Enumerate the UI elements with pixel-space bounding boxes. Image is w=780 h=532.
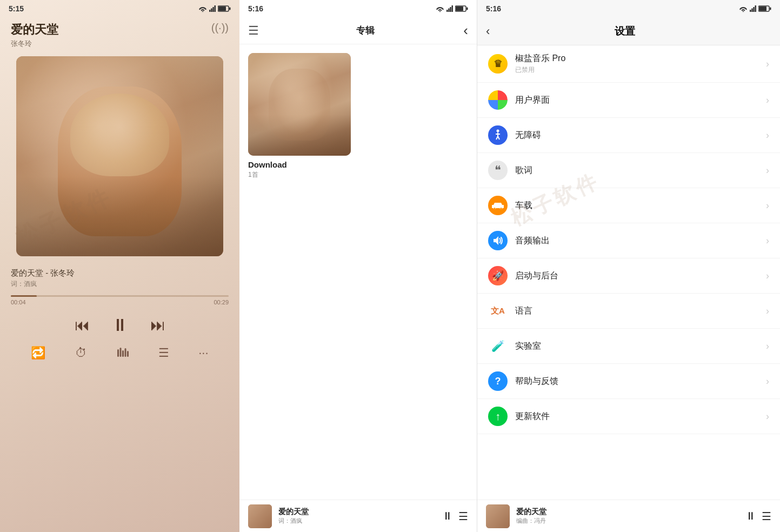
album-header-title: 专辑 (268, 24, 463, 37)
language-icon: 文A (488, 301, 508, 321)
lyrics-label: 歌词 (515, 165, 758, 176)
album-card-download[interactable]: Download 1首 (248, 53, 351, 179)
accessibility-icon (488, 125, 508, 145)
next-button[interactable]: ⏭ (150, 316, 165, 334)
progress-track[interactable] (11, 295, 229, 297)
svg-rect-11 (124, 348, 126, 357)
album-art (16, 56, 223, 256)
settings-panel: 松子软件 5:16 ‹ 设置 ♛ 椒盐音乐 Pro 已禁用 › (477, 0, 780, 532)
prev-button[interactable]: ⏮ (75, 316, 90, 334)
secondary-controls: 🔁 ⏱ ☰ ··· (0, 341, 239, 365)
audio-content: 音频输出 (515, 235, 758, 247)
help-content: 帮助与反馈 (515, 376, 758, 387)
lib-mini-info: 爱的天堂 词：酒疯 (278, 507, 436, 525)
song-name: 爱的天堂 - 张冬玲 (11, 268, 229, 278)
set-item-car[interactable]: 车载 › (477, 188, 780, 223)
set-item-lab[interactable]: 🧪 实验室 › (477, 329, 780, 364)
set-item-language[interactable]: 文A 语言 › (477, 294, 780, 329)
cast-icon[interactable]: ((·)) (211, 22, 229, 34)
car-label: 车载 (515, 200, 758, 211)
progress-bar-container[interactable]: 00:04 00:29 (0, 291, 239, 310)
set-mini-pause[interactable]: ⏸ (745, 510, 756, 523)
set-item-lyrics[interactable]: ❝ 歌词 › (477, 153, 780, 188)
svg-rect-14 (446, 10, 448, 12)
svg-rect-10 (122, 350, 124, 357)
album-title: Download (248, 160, 351, 169)
car-icon (488, 196, 508, 215)
settings-list: ♛ 椒盐音乐 Pro 已禁用 › 用户界面 › 无障碍 › (477, 45, 780, 500)
album-art-image (16, 56, 223, 256)
svg-rect-6 (218, 6, 226, 11)
set-item-launch[interactable]: 🚀 启动与后台 › (477, 258, 780, 294)
settings-header: ‹ 设置 (477, 17, 780, 45)
svg-rect-3 (212, 7, 214, 12)
svg-rect-27 (759, 6, 766, 11)
svg-rect-1 (209, 10, 211, 12)
launch-label: 启动与后台 (515, 270, 758, 282)
set-item-audio[interactable]: 音频输出 › (477, 223, 780, 258)
equalizer-button[interactable] (117, 346, 129, 360)
lib-mini-title: 爱的天堂 (278, 507, 436, 517)
settings-time: 5:16 (486, 4, 501, 13)
album-top-bar: ☰ 专辑 ‹ (239, 17, 477, 44)
svg-rect-8 (117, 349, 119, 357)
player-artist: 张冬玲 (11, 39, 58, 49)
launch-icon: 🚀 (488, 266, 508, 285)
lib-mini-queue[interactable]: ☰ (458, 510, 468, 523)
help-icon: ? (488, 371, 508, 391)
playlist-button[interactable]: ☰ (158, 346, 169, 360)
svg-point-30 (497, 130, 499, 132)
audio-label: 音频输出 (515, 235, 758, 247)
svg-rect-24 (753, 7, 755, 12)
wifi-icon (198, 5, 207, 12)
ui-label: 用户界面 (515, 95, 758, 106)
song-info: 爱的天堂 - 张冬玲 词：酒疯 (0, 262, 239, 291)
battery-icon (218, 5, 231, 12)
song-lyric: 词：酒疯 (11, 280, 229, 289)
player-panel: 松子软件 5:15 爱的天堂 张冬玲 ((·)) 爱的天堂 - 张冬玲 词：酒疯 (0, 0, 239, 532)
language-label: 语言 (515, 305, 758, 317)
set-mini-thumb (486, 504, 510, 528)
svg-point-35 (494, 208, 496, 209)
settings-status-icons (739, 5, 771, 12)
player-status-bar: 5:15 (0, 0, 239, 17)
svg-rect-25 (755, 5, 757, 12)
library-time: 5:16 (248, 4, 263, 13)
lib-mini-thumb (248, 504, 272, 528)
language-content: 语言 (515, 305, 758, 317)
update-chevron: › (766, 411, 769, 422)
svg-rect-23 (751, 9, 753, 12)
svg-point-0 (202, 11, 204, 12)
set-item-pro[interactable]: ♛ 椒盐音乐 Pro 已禁用 › (477, 45, 780, 83)
set-item-accessibility[interactable]: 无障碍 › (477, 118, 780, 153)
help-label: 帮助与反馈 (515, 376, 758, 387)
lab-content: 实验室 (515, 341, 758, 352)
set-item-help[interactable]: ? 帮助与反馈 › (477, 364, 780, 399)
repeat-button[interactable]: 🔁 (31, 346, 45, 360)
svg-point-36 (501, 208, 502, 209)
lib-mini-pause[interactable]: ⏸ (442, 510, 453, 523)
audio-chevron: › (766, 235, 769, 247)
set-mini-queue[interactable]: ☰ (762, 510, 771, 523)
svg-rect-12 (127, 351, 129, 357)
set-mini-title: 爱的天堂 (516, 507, 739, 517)
svg-rect-4 (215, 5, 216, 12)
settings-back-button[interactable]: ‹ (486, 24, 490, 38)
time-current: 00:04 (11, 299, 26, 305)
hamburger-menu[interactable]: ☰ (248, 24, 259, 38)
lib-mini-sub: 词：酒疯 (278, 517, 436, 525)
set-item-ui[interactable]: 用户界面 › (477, 83, 780, 118)
help-chevron: › (766, 376, 769, 387)
timer-button[interactable]: ⏱ (75, 346, 87, 360)
set-item-update[interactable]: ↑ 更新软件 › (477, 399, 780, 434)
svg-point-21 (743, 11, 744, 12)
svg-rect-16 (450, 7, 451, 12)
more-button[interactable]: ··· (198, 346, 208, 360)
album-thumb (248, 53, 351, 156)
svg-rect-9 (119, 348, 121, 357)
pause-button[interactable]: ⏸ (111, 315, 129, 335)
library-mini-player: 爱的天堂 词：酒疯 ⏸ ☰ (239, 500, 477, 532)
svg-rect-20 (466, 8, 468, 10)
pro-label: 椒盐音乐 Pro (515, 53, 758, 64)
album-back-button[interactable]: ‹ (463, 22, 468, 39)
